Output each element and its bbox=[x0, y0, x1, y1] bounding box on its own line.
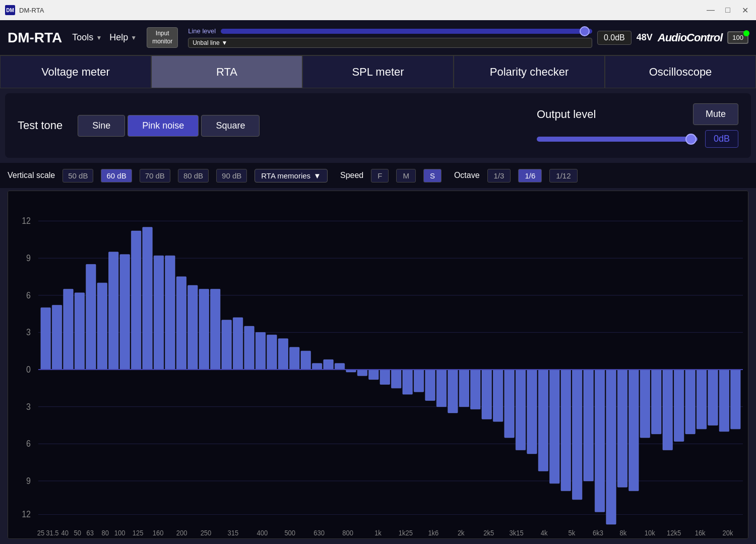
svg-rect-24 bbox=[97, 283, 107, 370]
svg-text:12k5: 12k5 bbox=[667, 528, 681, 537]
pink-noise-button[interactable]: Pink noise bbox=[128, 115, 199, 137]
brand-logo: AudioControl bbox=[658, 31, 723, 44]
svg-text:160: 160 bbox=[153, 528, 164, 537]
mute-button[interactable]: Mute bbox=[693, 103, 738, 125]
rta-chart: 12 9 6 3 0 3 6 9 12 25 31.5 bbox=[8, 191, 748, 538]
svg-rect-28 bbox=[143, 227, 152, 370]
svg-text:2k5: 2k5 bbox=[483, 528, 494, 537]
speed-m-button[interactable]: M bbox=[396, 169, 416, 183]
svg-rect-75 bbox=[674, 370, 683, 441]
svg-text:100: 100 bbox=[114, 528, 125, 537]
octave-twelfth-button[interactable]: 1/12 bbox=[549, 169, 577, 183]
input-type-select[interactable]: Unbal line ▼ bbox=[188, 38, 592, 48]
maximize-button[interactable]: □ bbox=[722, 4, 734, 16]
svg-text:1k: 1k bbox=[374, 528, 382, 537]
svg-text:6: 6 bbox=[26, 289, 31, 300]
svg-rect-55 bbox=[448, 370, 458, 413]
svg-rect-23 bbox=[86, 264, 96, 370]
svg-text:630: 630 bbox=[313, 528, 325, 537]
svg-rect-20 bbox=[52, 305, 61, 370]
scale-90db-button[interactable]: 90 dB bbox=[216, 169, 247, 183]
speed-f-button[interactable]: F bbox=[371, 169, 389, 183]
svg-text:3k15: 3k15 bbox=[510, 528, 524, 537]
battery-green-dot bbox=[743, 30, 749, 36]
app-window: DM DM-RTA — □ ✕ DM-RTA Tools ▼ Help ▼ In… bbox=[0, 0, 756, 544]
tab-oscilloscope[interactable]: Oscilloscope bbox=[605, 55, 756, 88]
svg-text:6k3: 6k3 bbox=[593, 528, 603, 537]
svg-text:250: 250 bbox=[201, 528, 212, 537]
svg-rect-32 bbox=[188, 285, 198, 370]
svg-rect-43 bbox=[312, 364, 322, 370]
svg-rect-31 bbox=[176, 277, 186, 370]
svg-text:3: 3 bbox=[26, 327, 31, 338]
output-section: Output level Mute 0dB bbox=[537, 103, 738, 148]
unbal-label: Unbal line bbox=[193, 39, 219, 46]
svg-rect-63 bbox=[538, 370, 548, 471]
svg-rect-22 bbox=[75, 293, 84, 370]
svg-rect-67 bbox=[584, 370, 593, 481]
battery-value: 100 bbox=[732, 34, 743, 41]
octave-third-button[interactable]: 1/3 bbox=[487, 169, 511, 183]
svg-rect-71 bbox=[629, 370, 639, 491]
svg-rect-66 bbox=[572, 370, 582, 500]
svg-text:9: 9 bbox=[26, 475, 31, 487]
svg-rect-70 bbox=[617, 370, 627, 487]
scale-80db-button[interactable]: 80 dB bbox=[178, 169, 209, 183]
tab-voltage-meter[interactable]: Voltage meter bbox=[0, 55, 151, 88]
svg-text:125: 125 bbox=[133, 528, 144, 537]
svg-rect-49 bbox=[380, 370, 390, 384]
svg-text:4k: 4k bbox=[541, 528, 548, 537]
tools-label: Tools bbox=[72, 32, 93, 43]
svg-rect-50 bbox=[391, 370, 401, 388]
svg-text:8k: 8k bbox=[619, 528, 626, 537]
svg-rect-80 bbox=[731, 370, 740, 429]
minimize-button[interactable]: — bbox=[705, 4, 717, 16]
svg-text:6: 6 bbox=[26, 438, 31, 449]
svg-rect-41 bbox=[290, 347, 299, 370]
test-tone-label: Test tone bbox=[18, 119, 62, 132]
close-button[interactable]: ✕ bbox=[739, 4, 751, 16]
octave-sixth-button[interactable]: 1/6 bbox=[518, 169, 542, 183]
svg-rect-68 bbox=[595, 370, 604, 512]
output-level-slider[interactable] bbox=[537, 137, 698, 142]
svg-rect-40 bbox=[278, 339, 288, 370]
tab-polarity-checker[interactable]: Polarity checker bbox=[454, 55, 605, 88]
svg-text:10k: 10k bbox=[645, 528, 656, 537]
line-level-label: Line level bbox=[188, 27, 216, 35]
tab-rta[interactable]: RTA bbox=[151, 55, 302, 88]
svg-rect-54 bbox=[436, 370, 446, 407]
square-button[interactable]: Square bbox=[201, 115, 260, 137]
line-level-slider[interactable] bbox=[221, 29, 592, 34]
svg-text:315: 315 bbox=[228, 528, 239, 537]
svg-rect-27 bbox=[131, 231, 141, 370]
speed-s-button[interactable]: S bbox=[423, 169, 442, 183]
svg-rect-78 bbox=[708, 370, 718, 425]
sine-button[interactable]: Sine bbox=[78, 115, 125, 137]
db-display: 0.0dB bbox=[597, 31, 632, 45]
svg-text:3: 3 bbox=[26, 401, 31, 412]
help-label: Help bbox=[109, 32, 128, 43]
svg-text:5k: 5k bbox=[569, 528, 576, 537]
input-monitor-button[interactable]: Inputmonitor bbox=[147, 27, 178, 48]
svg-text:0: 0 bbox=[26, 364, 31, 375]
tools-menu[interactable]: Tools ▼ bbox=[72, 32, 102, 43]
window-controls: — □ ✕ bbox=[705, 4, 751, 16]
svg-rect-39 bbox=[267, 335, 277, 370]
svg-rect-56 bbox=[459, 370, 469, 407]
help-menu[interactable]: Help ▼ bbox=[109, 32, 137, 43]
svg-text:1k25: 1k25 bbox=[399, 528, 413, 537]
svg-rect-35 bbox=[222, 320, 231, 370]
memories-arrow-icon: ▼ bbox=[313, 171, 321, 180]
scale-70db-button[interactable]: 70 dB bbox=[140, 169, 170, 183]
svg-rect-59 bbox=[493, 370, 502, 421]
scale-50db-button[interactable]: 50 dB bbox=[62, 169, 93, 183]
scale-60db-button[interactable]: 60 dB bbox=[101, 169, 132, 183]
v48-badge: 48V bbox=[637, 32, 653, 43]
svg-rect-65 bbox=[561, 370, 571, 491]
svg-text:500: 500 bbox=[284, 528, 295, 537]
tab-spl-meter[interactable]: SPL meter bbox=[302, 55, 454, 88]
rta-memories-select[interactable]: RTA memories ▼ bbox=[255, 169, 328, 183]
svg-rect-48 bbox=[369, 370, 379, 380]
tone-buttons: Sine Pink noise Square bbox=[78, 115, 260, 137]
unbal-arrow-icon: ▼ bbox=[222, 39, 228, 46]
